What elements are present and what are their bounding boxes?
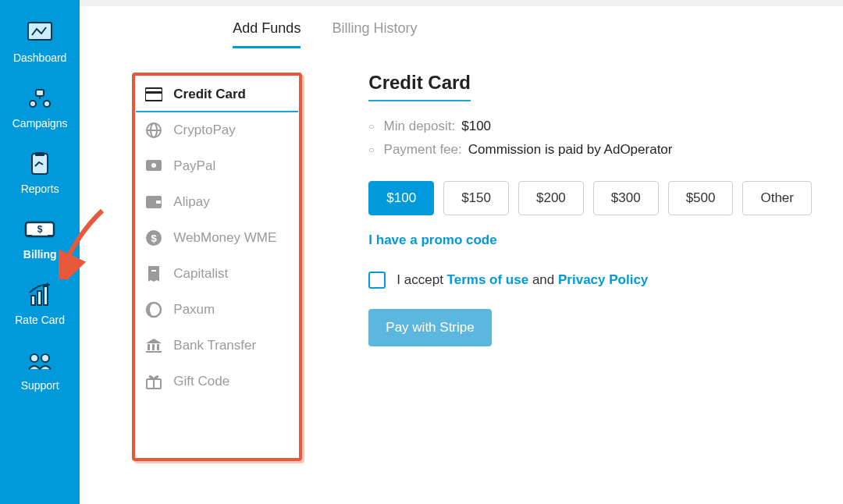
payment-method-bank-transfer[interactable]: Bank Transfer: [136, 328, 298, 364]
amount-100[interactable]: $100: [368, 181, 434, 215]
top-strip: [80, 0, 843, 6]
svg-rect-24: [156, 201, 161, 204]
payment-method-gift-code[interactable]: Gift Code: [136, 364, 298, 399]
svg-rect-27: [151, 270, 156, 272]
svg-rect-11: [37, 291, 41, 305]
tabbar: Add FundsBilling History: [233, 6, 843, 61]
accept-text: I accept Terms of use and Privacy Policy: [397, 272, 648, 288]
panel: Credit Card ○ Min deposit: $100 ○ Paymen…: [298, 76, 843, 457]
sidebar-item-rate-card[interactable]: Rate Card: [0, 272, 80, 337]
svg-rect-9: [48, 235, 54, 236]
tab-add-funds[interactable]: Add Funds: [233, 20, 301, 48]
payment-method-paypal[interactable]: PayPal: [136, 148, 298, 184]
sidebar-item-support[interactable]: Support: [0, 337, 80, 403]
amount-options: $100$150$200$300$500Other: [368, 181, 812, 215]
reports-icon: [23, 150, 57, 178]
amount-200[interactable]: $200: [518, 181, 584, 215]
campaigns-icon: [23, 84, 57, 112]
sidebar-item-label: Support: [21, 379, 59, 392]
amount-other[interactable]: Other: [742, 181, 812, 215]
sidebar-item-label: Billing: [23, 248, 57, 261]
svg-rect-30: [148, 344, 150, 350]
amount-300[interactable]: $300: [593, 181, 659, 215]
svg-point-15: [41, 354, 49, 362]
accept-checkbox[interactable]: [368, 272, 386, 289]
ratecard-icon: [23, 281, 57, 309]
svg-point-14: [30, 354, 38, 362]
accept-prefix: I accept: [397, 272, 443, 287]
sidebar-item-billing[interactable]: $Billing: [0, 206, 80, 272]
payment-method-credit-card[interactable]: Credit Card: [136, 76, 298, 112]
billing-icon: $: [23, 215, 57, 243]
svg-rect-31: [152, 344, 155, 350]
sidebar-item-dashboard[interactable]: Dashboard: [0, 9, 80, 75]
main: Add FundsBilling History Credit CardCryp…: [80, 0, 843, 504]
method-label: Alipay: [173, 194, 209, 210]
method-label: PayPal: [173, 158, 215, 174]
tab-billing-history[interactable]: Billing History: [332, 20, 417, 48]
svg-rect-3: [36, 90, 44, 96]
sidebar-item-label: Rate Card: [15, 314, 65, 326]
terms-link[interactable]: Terms of use: [447, 272, 529, 287]
panel-title: Credit Card: [368, 72, 471, 101]
bullet-icon: ○: [368, 144, 374, 155]
method-label: WebMoney WME: [173, 230, 276, 246]
support-icon: [23, 346, 57, 374]
svg-marker-29: [146, 339, 162, 343]
payment-method-cryptopay[interactable]: CryptoPay: [136, 112, 298, 148]
privacy-link[interactable]: Privacy Policy: [558, 272, 648, 287]
svg-rect-32: [157, 344, 159, 350]
method-label: Bank Transfer: [173, 338, 256, 353]
svg-rect-12: [44, 286, 48, 305]
svg-rect-8: [26, 235, 32, 236]
circle-moon-icon: [145, 301, 162, 318]
sidebar-item-label: Campaigns: [12, 117, 68, 130]
sidebar-item-campaigns[interactable]: Campaigns: [0, 75, 80, 140]
card-icon: [145, 86, 162, 103]
bank-icon: [145, 337, 162, 354]
svg-point-22: [151, 163, 156, 168]
accept-row: I accept Terms of use and Privacy Policy: [368, 272, 812, 289]
sidebar-item-reports[interactable]: Reports: [0, 140, 80, 206]
method-label: CryptoPay: [173, 122, 235, 138]
svg-point-1: [30, 101, 36, 107]
svg-point-2: [44, 101, 50, 107]
pay-button[interactable]: Pay with Stripe: [368, 309, 491, 346]
payment-method-webmoney-wme[interactable]: $WebMoney WME: [136, 220, 298, 256]
method-label: Paxum: [173, 302, 215, 318]
fee-value: Commission is paid by AdOperator: [468, 142, 673, 158]
method-label: Credit Card: [173, 87, 246, 102]
min-deposit-row: ○ Min deposit: $100: [368, 119, 812, 134]
sidebar: DashboardCampaignsReports$BillingRate Ca…: [0, 0, 80, 504]
paypal-icon: [145, 158, 162, 175]
svg-text:$: $: [37, 224, 43, 235]
min-deposit-label: Min deposit:: [384, 119, 456, 134]
method-label: Gift Code: [173, 374, 229, 389]
gift-icon: [145, 373, 162, 390]
globe-icon: [145, 122, 162, 139]
fee-row: ○ Payment fee: Commission is paid by AdO…: [368, 142, 812, 158]
min-deposit-value: $100: [461, 119, 491, 134]
payment-method-alipay[interactable]: Alipay: [136, 184, 298, 220]
svg-rect-16: [145, 88, 162, 101]
amount-150[interactable]: $150: [443, 181, 509, 215]
promo-link[interactable]: I have a promo code: [368, 232, 496, 248]
payment-method-capitalist[interactable]: Capitalist: [136, 256, 298, 292]
sidebar-item-label: Reports: [21, 183, 59, 195]
dollar-circle-icon: $: [145, 229, 162, 247]
receipt-icon: [145, 265, 162, 282]
payment-method-paxum[interactable]: Paxum: [136, 292, 298, 328]
svg-rect-5: [35, 152, 44, 156]
svg-rect-33: [146, 351, 162, 353]
payment-methods: Credit CardCryptoPayPayPalAlipay$WebMone…: [136, 76, 298, 457]
amount-500[interactable]: $500: [668, 181, 734, 215]
accept-mid: and: [532, 272, 554, 287]
method-label: Capitalist: [173, 266, 228, 282]
svg-rect-4: [32, 154, 48, 174]
sidebar-item-label: Dashboard: [13, 51, 67, 64]
svg-rect-10: [31, 296, 35, 305]
dashboard-icon: [23, 19, 57, 47]
wallet-icon: [145, 193, 162, 211]
svg-rect-17: [145, 91, 162, 94]
fee-label: Payment fee:: [384, 142, 462, 158]
